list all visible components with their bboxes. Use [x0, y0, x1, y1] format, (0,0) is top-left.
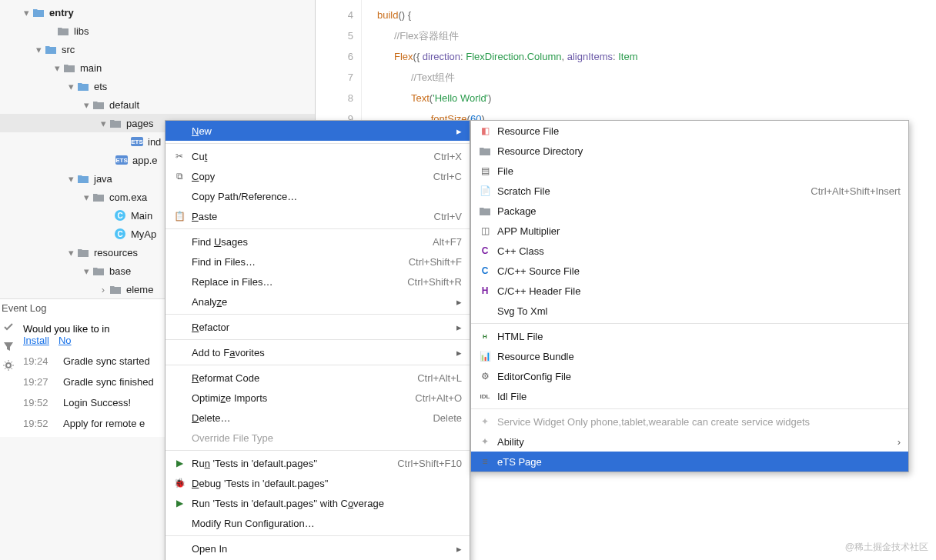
folder-icon	[77, 246, 89, 258]
install-link[interactable]: Install	[23, 335, 49, 346]
package-icon	[479, 205, 491, 217]
context-menu[interactable]: NNewew▸ ✂CutCutCtrl+X ⧉CopyCtrl+C Copy P…	[165, 120, 470, 560]
menu-delete[interactable]: Delete…Delete	[165, 408, 470, 428]
submenu-svg[interactable]: Svg To Xml	[471, 301, 908, 321]
tree-item-libs[interactable]: libs	[0, 22, 315, 40]
idl-icon: IDL	[479, 390, 491, 402]
menu-debug-tests[interactable]: 🐞Debug 'Tests in 'default.pages''	[165, 473, 470, 493]
menu-override: Override File Type	[165, 428, 470, 448]
submenu-resource-bundle[interactable]: 📊Resource Bundle	[471, 346, 908, 366]
menu-analyze[interactable]: Analyze▸	[165, 292, 470, 312]
submenu-file[interactable]: ▤File	[471, 161, 908, 181]
ets-file-icon: ETS	[115, 154, 128, 166]
ability-icon: ✦	[479, 435, 491, 448]
folder-icon	[109, 283, 122, 295]
c-source-icon: C	[479, 265, 491, 277]
editorconfig-icon: ⚙	[479, 370, 491, 382]
ets-file-icon: ETS	[131, 135, 143, 148]
folder-icon	[45, 43, 57, 55]
submenu-scratch[interactable]: 📄Scratch FileCtrl+Alt+Shift+Insert	[471, 181, 908, 201]
folder-icon	[92, 191, 105, 203]
svg-point-0	[6, 363, 11, 368]
submenu-editorconfig[interactable]: ⚙EditorConfig File	[471, 366, 908, 386]
menu-find-in-files[interactable]: Find in Files…Ctrl+Shift+F	[165, 252, 470, 272]
cut-icon: ✂	[173, 150, 186, 162]
menu-replace-in-files[interactable]: Replace in Files…Ctrl+Shift+R	[165, 272, 470, 292]
scratch-icon: 📄	[479, 185, 491, 197]
widget-icon: ✦	[479, 415, 491, 428]
menu-paste[interactable]: 📋PasteCtrl+V	[165, 206, 470, 226]
submenu-app-multiplier[interactable]: ◫APP Multiplier	[471, 221, 908, 241]
submenu-html-file[interactable]: HHTML File	[471, 326, 908, 346]
submenu-cc-header[interactable]: HC/C++ Header File	[471, 281, 908, 301]
tree-item-src[interactable]: ▾src	[0, 40, 315, 58]
menu-add-favorites[interactable]: Add to Favorites▸	[165, 342, 470, 362]
menu-cut[interactable]: ✂CutCutCtrl+X	[165, 146, 470, 166]
folder-icon	[109, 117, 122, 129]
gear-icon[interactable]	[3, 360, 14, 373]
menu-reformat[interactable]: Reformat CodeCtrl+Alt+L	[165, 368, 470, 388]
app-icon: ◫	[479, 225, 491, 237]
watermark: @稀土掘金技术社区	[845, 541, 928, 554]
submenu-idl[interactable]: IDLIdl File	[471, 386, 908, 406]
submenu-cc-source[interactable]: CC/C++ Source File	[471, 261, 908, 281]
html-icon: H	[479, 330, 491, 342]
new-submenu[interactable]: ◧Resource File Resource Directory ▤File …	[470, 120, 909, 472]
coverage-icon: ▶	[173, 497, 186, 509]
copy-icon: ⧉	[173, 170, 186, 182]
menu-run-tests[interactable]: ▶Run 'Tests in 'default.pages''Ctrl+Shif…	[165, 453, 470, 473]
debug-icon: 🐞	[173, 477, 186, 489]
folder-icon	[92, 265, 105, 277]
submenu-ets-page[interactable]: ≡eTS Page	[471, 452, 908, 472]
submenu-service-widget: ✦Service Widget Only phone,tablet,wearab…	[471, 412, 908, 432]
no-link[interactable]: No	[58, 335, 72, 346]
folder-icon	[77, 80, 89, 92]
bundle-icon: 📊	[479, 350, 491, 362]
tree-item-main[interactable]: ▾main	[0, 58, 315, 77]
menu-open-in[interactable]: Open In▸	[165, 538, 470, 558]
class-icon: C	[114, 209, 126, 222]
menu-copy[interactable]: ⧉CopyCtrl+C	[165, 166, 470, 186]
folder-icon	[77, 172, 89, 185]
tree-item-entry[interactable]: ▾entry	[0, 3, 315, 22]
run-icon: ▶	[173, 457, 186, 469]
tree-item-default[interactable]: ▾default	[0, 95, 315, 114]
filter-icon[interactable]	[3, 341, 14, 354]
folder-icon	[92, 98, 105, 111]
cpp-class-icon: C	[479, 245, 491, 257]
tree-item-ets[interactable]: ▾ets	[0, 77, 315, 95]
folder-icon	[57, 25, 69, 37]
submenu-package[interactable]: Package	[471, 201, 908, 221]
module-icon	[32, 6, 45, 18]
check-icon[interactable]	[3, 322, 14, 335]
folder-icon	[63, 62, 75, 74]
submenu-resource-file[interactable]: ◧Resource File	[471, 121, 908, 141]
menu-copy-path[interactable]: Copy Path/Reference…	[165, 186, 470, 206]
submenu-ability[interactable]: ✦Ability›	[471, 432, 908, 452]
resource-file-icon: ◧	[479, 125, 491, 137]
menu-optimize[interactable]: Optimize ImportsCtrl+Alt+O	[165, 388, 470, 408]
paste-icon: 📋	[173, 210, 186, 222]
menu-find-usages[interactable]: Find UsagesAlt+F7	[165, 232, 470, 252]
folder-icon	[479, 145, 491, 157]
ets-page-icon: ≡	[479, 455, 491, 468]
c-header-icon: H	[479, 285, 491, 297]
menu-modify-run[interactable]: Modify Run Configuration…	[165, 513, 470, 533]
file-icon: ▤	[479, 165, 491, 177]
class-icon: C	[114, 228, 126, 240]
menu-new[interactable]: NNewew▸	[165, 121, 470, 141]
menu-refactor[interactable]: Refactor▸	[165, 317, 470, 337]
menu-run-coverage[interactable]: ▶Run 'Tests in 'default.pages'' with Cov…	[165, 493, 470, 513]
submenu-resource-dir[interactable]: Resource Directory	[471, 141, 908, 161]
submenu-cpp-class[interactable]: CC++ Class	[471, 241, 908, 261]
